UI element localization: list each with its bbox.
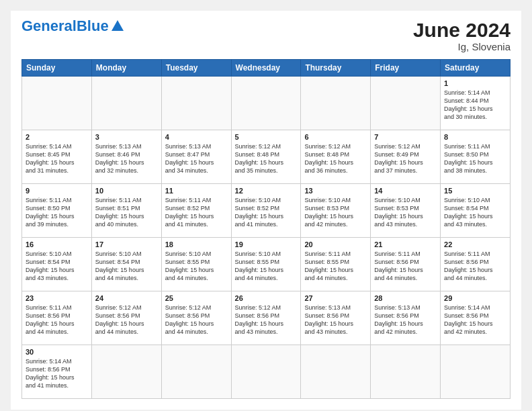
day-number: 22	[444, 240, 506, 248]
day-info: Sunrise: 5:12 AM Sunset: 8:48 PM Dayligh…	[304, 142, 367, 175]
day-number: 14	[374, 187, 437, 195]
day-number: 29	[444, 294, 506, 302]
calendar-cell	[91, 345, 161, 399]
calendar-cell	[231, 77, 301, 130]
calendar-cell: 19Sunrise: 5:10 AM Sunset: 8:55 PM Dayli…	[231, 238, 301, 291]
calendar-cell: 10Sunrise: 5:11 AM Sunset: 8:51 PM Dayli…	[91, 184, 161, 238]
day-info: Sunrise: 5:14 AM Sunset: 8:44 PM Dayligh…	[444, 89, 506, 122]
day-info: Sunrise: 5:11 AM Sunset: 8:50 PM Dayligh…	[444, 142, 506, 175]
calendar-week-4: 16Sunrise: 5:10 AM Sunset: 8:54 PM Dayli…	[22, 238, 511, 291]
calendar-cell: 13Sunrise: 5:10 AM Sunset: 8:53 PM Dayli…	[301, 184, 371, 238]
day-info: Sunrise: 5:12 AM Sunset: 8:48 PM Dayligh…	[235, 142, 298, 175]
weekday-header-saturday: Saturday	[441, 60, 511, 77]
calendar-cell: 11Sunrise: 5:11 AM Sunset: 8:52 PM Dayli…	[161, 184, 231, 238]
calendar-cell	[22, 77, 92, 130]
logo-general: General	[21, 17, 77, 34]
day-number: 28	[374, 294, 437, 302]
day-number: 15	[444, 187, 506, 195]
calendar-cell: 24Sunrise: 5:12 AM Sunset: 8:56 PM Dayli…	[91, 291, 161, 345]
calendar-cell: 6Sunrise: 5:12 AM Sunset: 8:48 PM Daylig…	[301, 130, 371, 184]
day-info: Sunrise: 5:10 AM Sunset: 8:54 PM Dayligh…	[26, 250, 88, 283]
day-number: 1	[444, 79, 506, 87]
day-number: 26	[235, 294, 298, 302]
calendar-cell	[161, 77, 231, 130]
calendar-cell: 14Sunrise: 5:10 AM Sunset: 8:53 PM Dayli…	[371, 184, 441, 238]
calendar-cell: 9Sunrise: 5:11 AM Sunset: 8:50 PM Daylig…	[22, 184, 92, 238]
title-block: June 2024 Ig, Slovenia	[413, 19, 511, 52]
day-number: 25	[165, 294, 228, 302]
calendar-table: SundayMondayTuesdayWednesdayThursdayFrid…	[21, 59, 511, 399]
day-info: Sunrise: 5:10 AM Sunset: 8:55 PM Dayligh…	[235, 250, 298, 283]
calendar-cell: 21Sunrise: 5:11 AM Sunset: 8:56 PM Dayli…	[371, 238, 441, 291]
location: Ig, Slovenia	[413, 41, 511, 52]
calendar-cell: 30Sunrise: 5:14 AM Sunset: 8:56 PM Dayli…	[22, 345, 92, 399]
weekday-header-tuesday: Tuesday	[161, 60, 231, 77]
calendar-cell	[91, 77, 161, 130]
logo-text: GeneralBlue	[21, 19, 109, 34]
day-info: Sunrise: 5:11 AM Sunset: 8:56 PM Dayligh…	[26, 304, 88, 336]
day-info: Sunrise: 5:11 AM Sunset: 8:56 PM Dayligh…	[444, 250, 506, 283]
day-info: Sunrise: 5:12 AM Sunset: 8:56 PM Dayligh…	[95, 304, 158, 336]
calendar-cell: 4Sunrise: 5:13 AM Sunset: 8:47 PM Daylig…	[161, 130, 231, 184]
day-info: Sunrise: 5:10 AM Sunset: 8:54 PM Dayligh…	[444, 196, 506, 229]
calendar-cell: 15Sunrise: 5:10 AM Sunset: 8:54 PM Dayli…	[441, 184, 511, 238]
calendar-cell	[371, 77, 441, 130]
calendar-cell: 12Sunrise: 5:10 AM Sunset: 8:52 PM Dayli…	[231, 184, 301, 238]
calendar-cell: 17Sunrise: 5:10 AM Sunset: 8:54 PM Dayli…	[91, 238, 161, 291]
weekday-header-friday: Friday	[371, 60, 441, 77]
day-number: 20	[304, 240, 367, 248]
day-info: Sunrise: 5:10 AM Sunset: 8:54 PM Dayligh…	[95, 250, 158, 283]
day-number: 12	[235, 187, 298, 195]
day-number: 30	[26, 348, 88, 356]
calendar-cell: 2Sunrise: 5:14 AM Sunset: 8:45 PM Daylig…	[22, 130, 92, 184]
day-number: 2	[26, 133, 88, 141]
day-info: Sunrise: 5:13 AM Sunset: 8:56 PM Dayligh…	[374, 304, 437, 336]
day-number: 11	[165, 187, 228, 195]
day-info: Sunrise: 5:10 AM Sunset: 8:55 PM Dayligh…	[165, 250, 228, 283]
day-number: 4	[165, 133, 228, 141]
day-info: Sunrise: 5:14 AM Sunset: 8:56 PM Dayligh…	[444, 304, 506, 336]
day-number: 3	[95, 133, 158, 141]
calendar-cell	[231, 345, 301, 399]
calendar-cell: 8Sunrise: 5:11 AM Sunset: 8:50 PM Daylig…	[441, 130, 511, 184]
day-info: Sunrise: 5:11 AM Sunset: 8:51 PM Dayligh…	[95, 196, 158, 229]
calendar-cell	[161, 345, 231, 399]
day-info: Sunrise: 5:13 AM Sunset: 8:46 PM Dayligh…	[95, 142, 158, 175]
calendar-header: SundayMondayTuesdayWednesdayThursdayFrid…	[22, 60, 511, 77]
day-info: Sunrise: 5:13 AM Sunset: 8:47 PM Dayligh…	[165, 142, 228, 175]
day-info: Sunrise: 5:12 AM Sunset: 8:49 PM Dayligh…	[374, 142, 437, 175]
day-number: 13	[304, 187, 367, 195]
day-info: Sunrise: 5:13 AM Sunset: 8:56 PM Dayligh…	[304, 304, 367, 336]
month-title: June 2024	[413, 19, 511, 41]
day-number: 23	[26, 294, 88, 302]
day-number: 19	[235, 240, 298, 248]
day-number: 6	[304, 133, 367, 141]
day-number: 17	[95, 240, 158, 248]
calendar-cell	[301, 345, 371, 399]
calendar-cell: 16Sunrise: 5:10 AM Sunset: 8:54 PM Dayli…	[22, 238, 92, 291]
calendar-cell: 25Sunrise: 5:12 AM Sunset: 8:56 PM Dayli…	[161, 291, 231, 345]
calendar-cell: 28Sunrise: 5:13 AM Sunset: 8:56 PM Dayli…	[371, 291, 441, 345]
day-info: Sunrise: 5:14 AM Sunset: 8:56 PM Dayligh…	[26, 357, 88, 390]
day-info: Sunrise: 5:10 AM Sunset: 8:52 PM Dayligh…	[235, 196, 298, 229]
weekday-row: SundayMondayTuesdayWednesdayThursdayFrid…	[22, 60, 511, 77]
day-number: 21	[374, 240, 437, 248]
calendar-cell: 18Sunrise: 5:10 AM Sunset: 8:55 PM Dayli…	[161, 238, 231, 291]
day-info: Sunrise: 5:14 AM Sunset: 8:45 PM Dayligh…	[26, 142, 88, 175]
day-info: Sunrise: 5:11 AM Sunset: 8:52 PM Dayligh…	[165, 196, 228, 229]
calendar-body: 1Sunrise: 5:14 AM Sunset: 8:44 PM Daylig…	[22, 77, 511, 399]
header: GeneralBlue June 2024 Ig, Slovenia	[21, 19, 511, 52]
day-number: 5	[235, 133, 298, 141]
calendar-cell: 1Sunrise: 5:14 AM Sunset: 8:44 PM Daylig…	[441, 77, 511, 130]
logo: GeneralBlue	[21, 19, 125, 34]
calendar-cell: 20Sunrise: 5:11 AM Sunset: 8:55 PM Dayli…	[301, 238, 371, 291]
calendar-cell	[301, 77, 371, 130]
calendar-cell: 27Sunrise: 5:13 AM Sunset: 8:56 PM Dayli…	[301, 291, 371, 345]
day-info: Sunrise: 5:10 AM Sunset: 8:53 PM Dayligh…	[374, 196, 437, 229]
weekday-header-monday: Monday	[91, 60, 161, 77]
day-number: 24	[95, 294, 158, 302]
calendar-cell: 3Sunrise: 5:13 AM Sunset: 8:46 PM Daylig…	[91, 130, 161, 184]
calendar-week-3: 9Sunrise: 5:11 AM Sunset: 8:50 PM Daylig…	[22, 184, 511, 238]
calendar-week-5: 23Sunrise: 5:11 AM Sunset: 8:56 PM Dayli…	[22, 291, 511, 345]
weekday-header-sunday: Sunday	[22, 60, 92, 77]
